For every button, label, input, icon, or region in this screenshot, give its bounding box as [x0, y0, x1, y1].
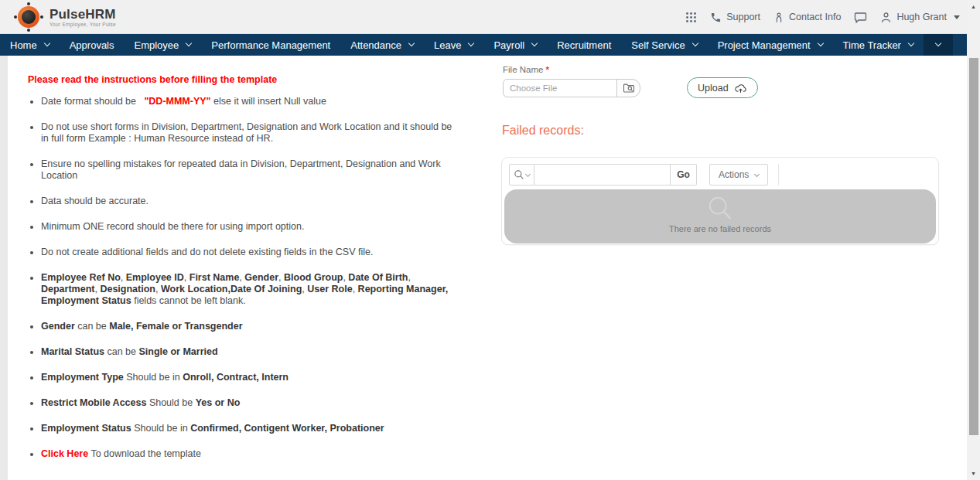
upload-label: Upload — [698, 83, 729, 94]
instruction-text: User Role — [307, 284, 352, 294]
chevron-down-icon — [954, 15, 960, 19]
nav-item-attendance[interactable]: Attendance — [340, 34, 424, 56]
instruction-text: , — [121, 272, 126, 283]
vertical-scrollbar[interactable]: ▲ ▼ — [967, 0, 980, 480]
left-gutter — [0, 56, 8, 480]
failed-records-title: Failed records: — [502, 124, 584, 138]
scrollbar-thumb[interactable] — [969, 58, 978, 435]
required-marker: * — [545, 65, 548, 74]
file-name-label: File Name* — [503, 65, 549, 74]
user-name: Hugh Grant — [896, 12, 947, 22]
actions-label: Actions — [719, 169, 749, 180]
user-icon — [880, 12, 892, 23]
instruction-text: Data should be accurate. — [41, 196, 149, 206]
click-here-link[interactable]: Click Here — [41, 448, 88, 459]
nav-item-label: Attendance — [350, 39, 401, 51]
instruction-text: Restrict Mobile Access — [41, 397, 146, 408]
nav-item-label: Performance Management — [211, 39, 330, 51]
upload-button[interactable]: Upload — [687, 77, 758, 98]
chevron-down-icon — [691, 40, 698, 46]
nav-item-time-tracker[interactable]: Time Tracker — [833, 34, 924, 56]
browse-file-button[interactable] — [616, 79, 640, 97]
brand-tagline: Your Employee, Your Pulse — [50, 22, 116, 27]
support-button[interactable]: Support — [710, 12, 760, 23]
nav-item-self-service[interactable]: Self Service — [621, 34, 707, 56]
nav-item-project-management[interactable]: Project Management — [708, 34, 833, 56]
instruction-text: Employment Type — [41, 372, 124, 383]
toolbar-separator — [778, 164, 779, 186]
instruction-text: Gender — [41, 321, 75, 332]
instruction-text: Employee Ref No — [41, 272, 121, 283]
nav-item-label: Project Management — [718, 39, 811, 51]
nav-item-label: Employee — [135, 39, 179, 51]
instruction-text: , — [408, 272, 410, 283]
contact-info-label: Contact Info — [789, 12, 841, 22]
chat-button[interactable] — [854, 12, 867, 23]
nav-item-label: Self Service — [631, 39, 685, 51]
instruction-item: Gender can be Male, Female or Transgende… — [41, 321, 455, 332]
nav-item-employee[interactable]: Employee — [125, 34, 202, 56]
instructions-section: Please read the instructions before fill… — [28, 74, 455, 474]
instruction-text: Minimum ONE record should be there for u… — [41, 221, 304, 232]
instruction-text: First Name — [190, 272, 240, 283]
actions-button[interactable]: Actions — [709, 164, 768, 186]
instruction-text: "DD-MMM-YY" — [144, 96, 210, 107]
chevron-down-icon — [817, 40, 823, 46]
apps-grid-icon — [685, 12, 697, 23]
chevron-down-icon — [525, 171, 531, 176]
instruction-text: Should be in — [131, 423, 190, 434]
failed-records-card: Go Actions There are no failed records — [501, 157, 939, 245]
instruction-text: , — [155, 284, 161, 294]
search-icon — [514, 169, 524, 180]
scroll-up-arrow-icon[interactable]: ▲ — [967, 0, 980, 13]
instruction-text: Ensure no spelling mistakes for repeated… — [41, 158, 441, 181]
instruction-item: Ensure no spelling mistakes for repeated… — [41, 158, 455, 182]
contact-info-button[interactable]: Contact Info — [773, 12, 841, 23]
instruction-text: Should be in — [124, 372, 183, 383]
go-button[interactable]: Go — [671, 164, 697, 186]
chevron-down-icon — [754, 171, 760, 176]
instruction-item: Click Here To download the template — [41, 448, 455, 460]
nav-item-home[interactable]: Home — [0, 34, 60, 56]
chevron-down-icon — [531, 40, 538, 46]
instruction-item: Date format should be "DD-MMM-YY" else i… — [41, 96, 455, 107]
nav-item-performance-management[interactable]: Performance Management — [201, 34, 340, 56]
nav-item-more[interactable] — [924, 34, 953, 56]
instructions-list: Date format should be "DD-MMM-YY" else i… — [28, 96, 455, 460]
nav-item-label: Payroll — [493, 39, 524, 51]
instruction-text: fields cannot be left blank. — [131, 295, 246, 306]
scroll-down-arrow-icon[interactable]: ▼ — [967, 467, 980, 480]
folder-search-icon — [623, 83, 635, 94]
instruction-text: Confirmed, Contigent Worker, Probationer — [190, 423, 384, 434]
empty-search-icon — [705, 195, 735, 223]
nav-item-leave[interactable]: Leave — [424, 34, 483, 56]
instruction-text: Gender — [244, 272, 278, 283]
instruction-item: Employment Status Should be in Confirmed… — [41, 423, 455, 434]
nav-item-label: Recruitment — [557, 39, 611, 51]
instruction-text: can be — [75, 321, 109, 332]
brand-name: PulseHRM — [50, 7, 116, 22]
instruction-text: Department — [41, 284, 94, 294]
choose-file-input[interactable] — [503, 79, 617, 97]
nav-item-payroll[interactable]: Payroll — [483, 34, 547, 56]
instruction-text: Date Of Birth — [348, 272, 408, 283]
user-menu[interactable]: Hugh Grant — [880, 12, 960, 23]
instruction-item: Do not use short forms in Division, Depa… — [41, 121, 455, 145]
instruction-text: Onroll, Contract, Intern — [183, 372, 289, 383]
chevron-down-icon — [408, 40, 415, 46]
search-options-button[interactable] — [509, 164, 534, 186]
apps-grid-button[interactable] — [685, 12, 697, 23]
instruction-item: Restrict Mobile Access Should be Yes or … — [41, 397, 455, 409]
instruction-text: Blood Group — [284, 272, 343, 283]
instruction-text: To download the template — [88, 448, 201, 459]
nav-item-label: Home — [10, 39, 37, 51]
empty-state-message: There are no failed records — [504, 224, 936, 233]
instruction-text: Designation — [100, 284, 155, 294]
chevron-down-icon — [908, 40, 914, 46]
nav-item-approvals[interactable]: Approvals — [60, 34, 125, 56]
instruction-text: Date format should be — [41, 96, 144, 107]
nav-item-recruitment[interactable]: Recruitment — [547, 34, 621, 56]
instruction-text: Single or Married — [138, 346, 217, 357]
nav-item-label: Time Tracker — [843, 39, 901, 51]
failed-records-search-input[interactable] — [534, 164, 671, 186]
